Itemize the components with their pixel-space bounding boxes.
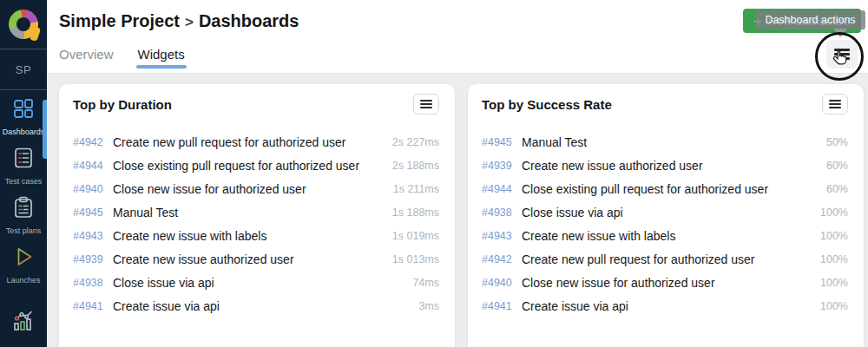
duration-value: 1s 188ms: [392, 206, 439, 219]
case-id-link[interactable]: #4943: [482, 230, 516, 242]
tooltip-arrow: [833, 29, 847, 37]
table-row: #4940 Close new issue for authorized use…: [482, 271, 848, 294]
widget-top-by-duration: Top by Duration #4942 Create new pull re…: [59, 84, 455, 347]
table-row: #4942 Create new pull request for author…: [482, 247, 848, 271]
dashboard-actions-tooltip: Dashboard actions: [755, 10, 865, 29]
breadcrumb: Simple Project>Dashboards: [59, 11, 299, 31]
widget-title: Top by Duration: [73, 97, 172, 112]
project-initials[interactable]: SP: [0, 49, 47, 90]
sidebar-item-label: Test cases: [5, 177, 43, 186]
sidebar-item-analytics[interactable]: [0, 309, 47, 335]
hamburger-menu-icon: [420, 100, 432, 101]
launches-play-icon: [12, 246, 35, 272]
sidebar-item-test-plans[interactable]: Test plans: [0, 189, 47, 239]
hamburger-menu-icon: [829, 100, 841, 101]
case-id-link[interactable]: #4945: [482, 136, 516, 148]
case-name: Manual Test: [113, 206, 384, 219]
table-row: #4938 Close issue via api 74ms: [73, 271, 439, 294]
success-rate-value: 100%: [820, 230, 848, 242]
duration-value: 74ms: [412, 277, 439, 289]
widget-title: Top by Success Rate: [482, 97, 612, 112]
duration-value: 1s 013ms: [392, 253, 439, 265]
duration-value: 2s 227ms: [392, 136, 439, 148]
active-nav-indicator: [43, 100, 47, 159]
case-id-link[interactable]: #4944: [73, 160, 108, 172]
tab-bar: Overview Widgets: [59, 47, 185, 73]
case-name: Create issue via api: [522, 299, 812, 313]
case-id-link[interactable]: #4944: [482, 183, 516, 195]
duration-value: 3ms: [418, 300, 439, 312]
case-id-link[interactable]: #4942: [73, 136, 108, 148]
case-id-link[interactable]: #4940: [73, 183, 108, 195]
tab-widgets[interactable]: Widgets: [138, 47, 185, 73]
widgets-grid: Top by Duration #4942 Create new pull re…: [59, 84, 864, 347]
duration-value: 2s 188ms: [392, 160, 439, 172]
case-name: Close existing pull request for authoriz…: [113, 159, 384, 173]
dashboard-actions-menu-button[interactable]: [826, 40, 858, 69]
table-row: #4938 Close issue via api 100%: [482, 200, 848, 224]
case-name: Create new pull request for authorized u…: [522, 252, 812, 266]
widget-menu-button[interactable]: [413, 94, 439, 115]
logo-section: [0, 0, 47, 49]
success-rate-value: 100%: [820, 253, 848, 265]
hamburger-menu-icon: [834, 49, 850, 50]
widget-top-by-success-rate: Top by Success Rate #4945 Manual Test 50…: [468, 84, 864, 347]
case-id-link[interactable]: #4938: [482, 206, 516, 219]
sidebar-item-label: Dashboards: [3, 128, 45, 136]
table-row: #4941 Create issue via api 100%: [482, 294, 848, 318]
case-id-link[interactable]: #4942: [482, 253, 516, 265]
sidebar-item-test-cases[interactable]: Test cases: [0, 140, 47, 189]
case-id-link[interactable]: #4939: [73, 253, 108, 265]
widget-menu-button[interactable]: [822, 94, 848, 115]
table-row: #4942 Create new pull request for author…: [73, 130, 439, 154]
case-name: Close new issue for authorized user: [113, 182, 385, 196]
table-row: #4943 Create new issue with labels 1s 01…: [73, 224, 439, 247]
duration-value: 1s 019ms: [392, 230, 439, 242]
test-plans-clipboard-icon: [12, 196, 35, 222]
table-row: #4944 Close existing pull request for au…: [73, 154, 439, 177]
case-name: Create new issue with labels: [522, 229, 812, 243]
success-rate-value: 60%: [826, 183, 848, 195]
page-title: Dashboards: [199, 11, 299, 30]
main-area: Simple Project>Dashboards Overview Widge…: [47, 0, 868, 347]
sidebar-item-label: Test plans: [6, 226, 42, 235]
case-id-link[interactable]: #4941: [482, 300, 516, 312]
case-name: Create issue via api: [113, 299, 410, 313]
case-id-link[interactable]: #4939: [482, 160, 516, 172]
success-rate-value: 100%: [820, 277, 848, 289]
table-row: #4945 Manual Test 50%: [482, 130, 848, 154]
sidebar: SP Dashboards Test cases: [0, 0, 47, 347]
breadcrumb-project[interactable]: Simple Project: [59, 11, 180, 30]
success-rate-value: 100%: [820, 206, 848, 219]
page-header: Simple Project>Dashboards Overview Widge…: [47, 0, 868, 74]
case-id-link[interactable]: #4943: [73, 230, 108, 242]
sidebar-item-launches[interactable]: Launches: [0, 239, 47, 288]
table-row: #4941 Create issue via api 3ms: [73, 294, 439, 318]
case-id-link[interactable]: #4941: [73, 300, 108, 312]
case-name: Create new pull request for authorized u…: [113, 135, 384, 149]
duration-value: 1s 211ms: [393, 183, 439, 195]
app-logo-icon[interactable]: [9, 10, 38, 39]
table-row: #4940 Close new issue for authorized use…: [73, 177, 439, 200]
success-rate-value: 50%: [826, 136, 848, 148]
case-id-link[interactable]: #4940: [482, 277, 516, 289]
sidebar-item-label: Launches: [6, 276, 40, 285]
case-id-link[interactable]: #4938: [73, 277, 108, 289]
case-name: Close new issue for authorized user: [522, 276, 812, 290]
analytics-chart-icon: [12, 309, 35, 335]
case-name: Manual Test: [522, 135, 818, 149]
sidebar-item-dashboards[interactable]: Dashboards: [0, 90, 47, 140]
case-name: Create new issue authorized user: [522, 159, 818, 173]
table-row: #4944 Close existing pull request for au…: [482, 177, 848, 200]
case-name: Create new issue authorized user: [113, 252, 384, 266]
case-id-link[interactable]: #4945: [73, 206, 108, 219]
dashboards-grid-icon: [12, 97, 35, 123]
success-rate-value: 60%: [826, 160, 848, 172]
tab-overview[interactable]: Overview: [59, 47, 114, 73]
case-name: Create new issue with labels: [113, 229, 384, 243]
case-name: Close issue via api: [113, 276, 404, 290]
table-row: #4939 Create new issue authorized user 1…: [73, 247, 439, 271]
table-row: #4939 Create new issue authorized user 6…: [482, 154, 848, 177]
success-rate-value: 100%: [820, 300, 848, 312]
test-cases-document-icon: [12, 147, 35, 173]
